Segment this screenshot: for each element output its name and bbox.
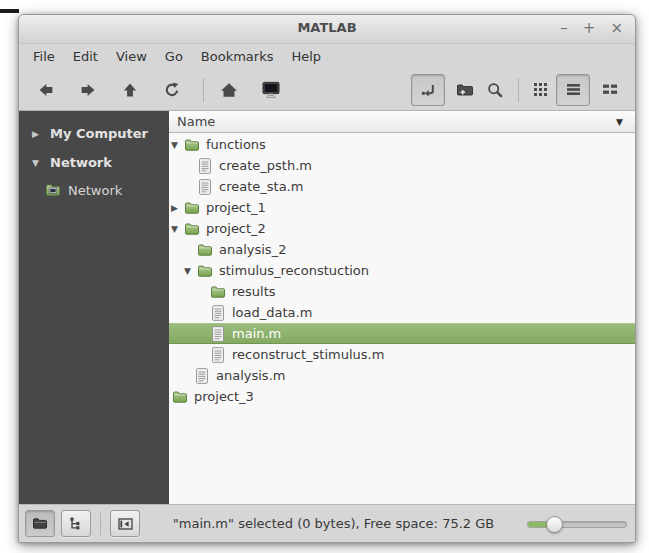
- refresh-icon: [164, 82, 180, 98]
- toolbar-right-group: [411, 74, 626, 106]
- menu-bookmarks[interactable]: Bookmarks: [192, 46, 283, 67]
- menu-file[interactable]: File: [24, 46, 64, 67]
- list-view-icon: [567, 84, 580, 95]
- tree-row-reconstruct-stimulus[interactable]: reconstruct_stimulus.m: [169, 344, 635, 365]
- file-icon: [210, 305, 226, 321]
- sidebar-item-label: Network: [68, 183, 122, 198]
- refresh-button[interactable]: [154, 75, 190, 105]
- toggle-location-entry-button[interactable]: [411, 74, 445, 106]
- up-button[interactable]: [112, 75, 148, 105]
- tree-row-create-sta[interactable]: create_sta.m: [169, 176, 635, 197]
- tree-row-main-selected[interactable]: main.m: [169, 323, 635, 344]
- toggle-sidebar-icon: [118, 518, 133, 530]
- menubar: File Edit View Go Bookmarks Help: [19, 44, 635, 69]
- show-treeview-button[interactable]: [61, 510, 91, 537]
- toolbar-separator: [203, 78, 204, 102]
- file-manager-window: MATLAB – + × File Edit View Go Bookmarks…: [18, 14, 636, 543]
- list-view-button[interactable]: [556, 74, 590, 106]
- tree-row-analysis-m[interactable]: analysis.m: [169, 365, 635, 386]
- chevron-down-icon[interactable]: ▼: [32, 158, 50, 168]
- background-window-edge: [0, 9, 19, 13]
- sidebar-item-label: Network: [50, 155, 112, 170]
- column-menu-arrow-icon[interactable]: ▼: [616, 117, 627, 127]
- expander-right-icon[interactable]: ▶: [171, 203, 184, 213]
- expander-down-icon[interactable]: ▼: [171, 224, 184, 234]
- minimize-button[interactable]: –: [560, 19, 568, 37]
- computer-icon: [261, 81, 281, 99]
- expander-down-icon[interactable]: ▼: [184, 266, 197, 276]
- icon-view-button[interactable]: [526, 75, 554, 105]
- folder-icon: [197, 264, 213, 278]
- statusbar-separator: [100, 513, 101, 535]
- treeview-icon: [69, 517, 84, 530]
- tree-row-create-psth[interactable]: create_psth.m: [169, 155, 635, 176]
- folder-icon: [184, 201, 200, 215]
- file-icon: [197, 179, 213, 195]
- home-icon: [220, 82, 238, 98]
- tree-row-project-2[interactable]: ▼ project_2: [169, 218, 635, 239]
- sidebar-item-network-child[interactable]: Network: [19, 177, 169, 203]
- zoom-slider[interactable]: [527, 516, 627, 532]
- show-places-button[interactable]: [25, 510, 55, 537]
- forward-button[interactable]: [70, 75, 106, 105]
- back-arrow-icon: [38, 82, 54, 98]
- computer-button[interactable]: [253, 75, 289, 105]
- chevron-right-icon[interactable]: ▶: [32, 129, 50, 139]
- file-tree: ▼ functions create_psth.m create_sta.m ▶…: [169, 133, 635, 504]
- folder-icon: [172, 390, 188, 404]
- window-controls: – + ×: [560, 19, 623, 37]
- maximize-button[interactable]: +: [583, 19, 596, 37]
- file-icon: [197, 158, 213, 174]
- file-icon: [210, 347, 226, 363]
- menu-go[interactable]: Go: [156, 46, 192, 67]
- menu-view[interactable]: View: [107, 46, 156, 67]
- folder-icon: [210, 285, 226, 299]
- home-button[interactable]: [211, 75, 247, 105]
- menu-edit[interactable]: Edit: [64, 46, 107, 67]
- places-folder-icon: [32, 517, 48, 530]
- zoom-slider-knob[interactable]: [546, 516, 563, 533]
- expander-down-icon[interactable]: ▼: [171, 140, 184, 150]
- compact-view-icon: [603, 84, 617, 95]
- toggle-sidebar-button[interactable]: [110, 510, 140, 537]
- status-text: "main.m" selected (0 bytes), Free space:…: [146, 516, 521, 531]
- menu-help[interactable]: Help: [282, 46, 330, 67]
- tree-row-project-3[interactable]: project_3: [169, 386, 635, 407]
- back-button[interactable]: [28, 75, 64, 105]
- search-button[interactable]: [481, 75, 509, 105]
- sidebar-item-network[interactable]: ▼ Network: [19, 148, 169, 177]
- tree-row-project-1[interactable]: ▶ project_1: [169, 197, 635, 218]
- column-header-name[interactable]: Name ▼: [169, 111, 635, 133]
- up-arrow-icon: [122, 82, 138, 98]
- file-list-pane: Name ▼ ▼ functions create_psth.m create_…: [169, 111, 635, 504]
- folder-icon: [197, 243, 213, 257]
- file-icon: [194, 368, 210, 384]
- close-button[interactable]: ×: [610, 19, 623, 37]
- statusbar: "main.m" selected (0 bytes), Free space:…: [19, 504, 635, 542]
- search-icon: [487, 82, 503, 98]
- folder-icon: [184, 222, 200, 236]
- sidebar-item-my-computer[interactable]: ▶ My Computer: [19, 119, 169, 148]
- places-sidebar: ▶ My Computer ▼ Network Network: [19, 111, 169, 504]
- column-header-label: Name: [177, 114, 215, 129]
- forward-arrow-icon: [80, 82, 96, 98]
- folder-icon: [184, 138, 200, 152]
- content-area: ▶ My Computer ▼ Network Network Name ▼ ▼: [19, 111, 635, 504]
- tree-row-analysis-2[interactable]: analysis_2: [169, 239, 635, 260]
- tree-row-results[interactable]: results: [169, 281, 635, 302]
- tree-row-functions[interactable]: ▼ functions: [169, 134, 635, 155]
- icon-view-icon: [534, 83, 547, 96]
- tree-row-stimulus-reconstuction[interactable]: ▼ stimulus_reconstuction: [169, 260, 635, 281]
- compact-view-button[interactable]: [596, 75, 624, 105]
- toolbar-separator: [518, 78, 519, 102]
- new-folder-icon: [456, 83, 474, 97]
- toolbar: [19, 69, 635, 111]
- window-title: MATLAB: [19, 20, 635, 35]
- sidebar-item-label: My Computer: [50, 126, 148, 141]
- toggle-location-icon: [420, 82, 436, 98]
- titlebar[interactable]: MATLAB – + ×: [19, 15, 635, 44]
- new-folder-button[interactable]: [451, 75, 479, 105]
- network-folder-icon: [45, 183, 61, 197]
- zoom-slider-track[interactable]: [527, 521, 627, 528]
- tree-row-load-data[interactable]: load_data.m: [169, 302, 635, 323]
